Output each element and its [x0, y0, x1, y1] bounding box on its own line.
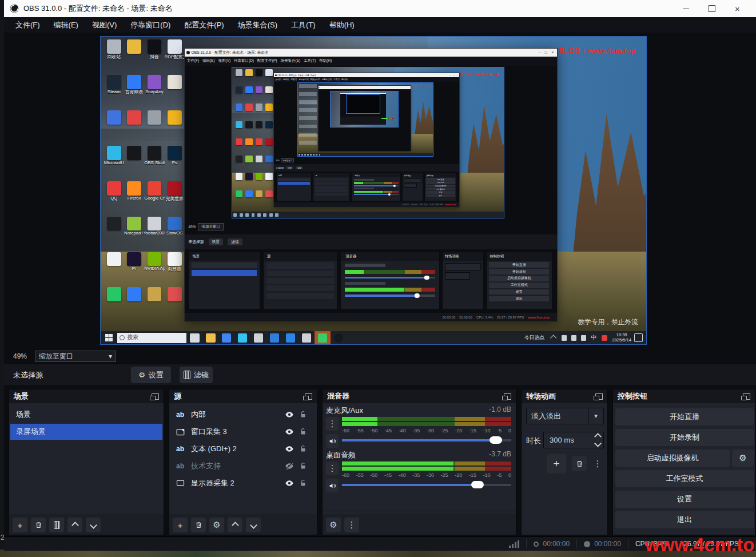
toggle-lock-button[interactable]: [296, 459, 310, 473]
menu-item[interactable]: 视图(V): [85, 17, 124, 33]
desktop-icon: [254, 138, 264, 156]
mute-button[interactable]: [326, 434, 339, 448]
toggle-visibility-button[interactable]: [282, 459, 296, 473]
remove-transition-button[interactable]: [572, 456, 587, 471]
transition-menu-button[interactable]: ⋮: [592, 456, 603, 471]
duration-spinner[interactable]: 300 ms: [543, 432, 604, 448]
scene-row[interactable]: 录屏场景: [10, 424, 162, 440]
desktop-icon: foobar2000: [144, 217, 164, 252]
toggle-visibility-button[interactable]: [282, 442, 296, 456]
toggle-visibility-button[interactable]: [282, 408, 296, 421]
remove-source-button[interactable]: [191, 518, 206, 532]
transition-select[interactable]: 淡入淡出 ▾: [526, 408, 604, 424]
source-properties-button[interactable]: ⚙ 设置: [131, 367, 171, 383]
menu-item[interactable]: 文件(F): [9, 17, 47, 33]
popout-icon[interactable]: [743, 393, 750, 400]
menu-item[interactable]: 配置文件(P): [177, 17, 230, 33]
source-properties-toolbar-button[interactable]: ⚙: [209, 518, 224, 532]
source-filters-button[interactable]: 滤镜: [180, 367, 213, 383]
scene-row[interactable]: 场景: [10, 407, 162, 423]
scene-filters-button[interactable]: [49, 518, 64, 532]
obs-logo-icon: [319, 87, 320, 87]
virtual-camera-settings-button[interactable]: ⚙: [732, 449, 754, 467]
source-label: 文本 (GDI+) 2: [191, 444, 282, 454]
desktop-icon: StowOS: [165, 217, 185, 252]
captured-dock-title: 源: [264, 252, 337, 261]
menu-item[interactable]: 编辑(E): [47, 17, 85, 33]
captured-obs-menubar: 文件(F)编辑(E)视图(V)停靠窗口(D)配置文件(P)场景集合(S)工具(T…: [274, 77, 459, 82]
toggle-visibility-button[interactable]: [282, 425, 296, 439]
mixer-menu-button[interactable]: ⋮: [344, 518, 359, 532]
add-source-button[interactable]: +: [173, 518, 188, 532]
deep-obs-window: [340, 93, 386, 125]
maximize-button[interactable]: [699, 0, 725, 17]
channel-menu-button[interactable]: ⋮: [326, 417, 339, 431]
obs-logo-icon: [275, 74, 277, 76]
meter-tick-label: -35: [412, 428, 420, 434]
desktop-icon-label: RDP配置文件: [165, 54, 185, 60]
menu-item[interactable]: 场景集合(S): [231, 17, 284, 33]
source-row[interactable]: ab技术支持: [170, 458, 316, 474]
captured-corner-note: 教学专用，禁止外流: [578, 318, 638, 327]
menu-item[interactable]: 帮助(H): [323, 17, 361, 33]
settings-button[interactable]: 设置: [615, 491, 754, 508]
start-virtual-camera-button[interactable]: 启动虚拟摄像机: [615, 449, 730, 467]
toggle-visibility-button[interactable]: [282, 476, 296, 490]
move-scene-down-button[interactable]: [86, 518, 101, 532]
source-row[interactable]: ab内部: [170, 407, 316, 423]
popout-icon[interactable]: [305, 393, 312, 400]
captured-zoom-percent: 49%: [188, 225, 196, 229]
captured-control-button: 工作室模式: [426, 188, 455, 190]
meter-tick-label: 0: [508, 428, 511, 434]
captured-obs-window: OBS 31.0.0 - 配置文件: 未命名 - 场景: 未命名–□×文件(F)…: [274, 73, 459, 206]
app-icon: [127, 110, 141, 125]
start-streaming-button[interactable]: 开始直播: [615, 408, 754, 425]
volume-slider[interactable]: [342, 436, 511, 445]
toggle-lock-button[interactable]: [296, 476, 310, 490]
spinner-down-icon[interactable]: [594, 440, 602, 447]
exit-button[interactable]: 退出: [615, 511, 754, 528]
mute-button[interactable]: [326, 479, 339, 492]
source-row[interactable]: 显示器采集 2: [170, 475, 316, 491]
channel-menu-button[interactable]: ⋮: [326, 461, 339, 475]
toggle-lock-button[interactable]: [296, 442, 310, 456]
popout-icon[interactable]: [595, 393, 603, 400]
desktop-icon-label: 向日葵: [168, 266, 181, 272]
volume-slider[interactable]: [342, 480, 511, 490]
popout-icon[interactable]: [152, 393, 159, 400]
program-preview[interactable]: BLOG：www.4cm.top教学专用，禁止外流回收站抖音RDP配置文件Ste…: [101, 37, 646, 344]
studio-mode-button[interactable]: 工作室模式: [615, 470, 754, 487]
slider-handle[interactable]: [490, 436, 502, 444]
trash-icon: [35, 521, 42, 529]
app-icon: [245, 104, 252, 110]
add-transition-button[interactable]: +: [547, 454, 566, 474]
move-scene-up-button[interactable]: [67, 518, 82, 532]
toggle-lock-button[interactable]: [296, 408, 310, 421]
source-row[interactable]: ab文本 (GDI+) 2: [170, 441, 316, 457]
advanced-audio-button[interactable]: ⚙: [326, 518, 341, 532]
add-scene-button[interactable]: +: [13, 518, 27, 532]
minimize-button[interactable]: [673, 0, 699, 17]
popout-icon[interactable]: [504, 393, 511, 400]
close-button[interactable]: ×: [725, 0, 750, 17]
start-recording-button[interactable]: 开始录制: [615, 429, 754, 446]
move-source-up-button[interactable]: [228, 518, 242, 532]
slider-handle[interactable]: [471, 481, 484, 488]
remove-scene-button[interactable]: [31, 518, 46, 532]
gear-icon: ⚙: [739, 453, 746, 463]
app-icon: [256, 86, 262, 93]
window-control-glyph: –: [538, 50, 540, 54]
captured-menu-item: 工具(T): [304, 58, 316, 63]
toggle-lock-button[interactable]: [296, 425, 310, 439]
meter-tick-label: -20: [455, 472, 462, 479]
source-row[interactable]: 窗口采集 3: [170, 424, 316, 440]
desktop-icon: [264, 121, 274, 138]
meter-tick-label: -35: [412, 472, 420, 479]
taskbar-app-icon: [319, 154, 321, 156]
deep-meter: [381, 118, 393, 119]
menu-item[interactable]: 停靠窗口(D): [124, 17, 177, 33]
move-source-down-button[interactable]: [246, 518, 261, 532]
zoom-mode-select[interactable]: 缩放至窗口 ▾: [35, 351, 116, 362]
menu-item[interactable]: 工具(T): [284, 17, 323, 33]
captured-dock-title: 控制按钮: [425, 173, 457, 177]
